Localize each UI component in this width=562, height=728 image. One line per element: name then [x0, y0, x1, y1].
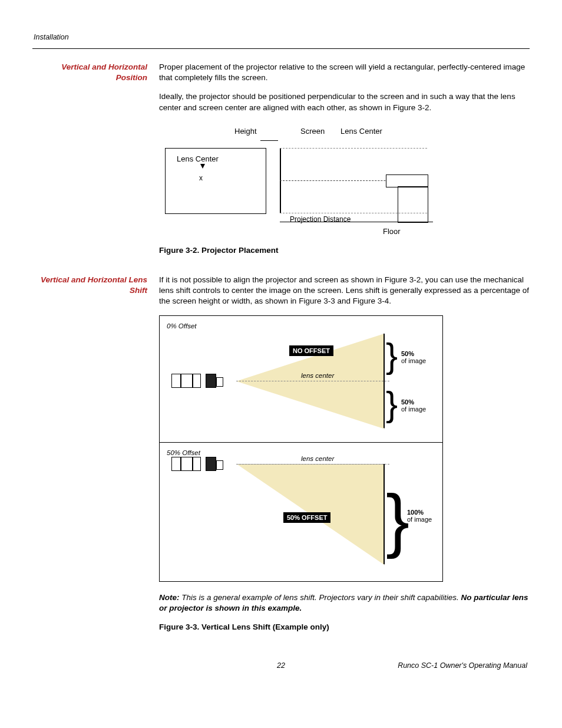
label-lenscenter-top: Lens Center — [340, 126, 382, 137]
height-leader — [260, 140, 278, 141]
label-floor: Floor — [383, 226, 401, 237]
brace-top2: } — [386, 387, 398, 422]
x-arrow-icon — [200, 164, 205, 169]
label-lenscenter-top: lens center — [301, 371, 334, 381]
page-number: 22 — [277, 661, 285, 671]
page: Installation Vertical and Horizontal Pos… — [0, 0, 562, 694]
pct-50-top2: 50%of image — [401, 398, 426, 413]
lenscenter-dash-bottom — [236, 464, 389, 465]
note-lensshift: Note: This is a general example of lens … — [159, 592, 530, 614]
note-body: This is a general example of lens shift.… — [180, 593, 461, 602]
brace-top1: } — [386, 338, 398, 374]
section-vh-position: Vertical and Horizontal Position Proper … — [32, 62, 530, 266]
lenscenter-dash-top — [236, 381, 389, 381]
figure-3-2: Height Screen Lens Center Lens Center Fl… — [159, 121, 436, 239]
side-heading-position: Vertical and Horizontal Position — [61, 62, 147, 82]
fig33-bottom-panel: 50% Offset lens center 50% OFFSET } 100%… — [160, 443, 442, 581]
pill-no-offset: NO OFFSET — [289, 345, 333, 357]
figure-3-3: 0% Offset NO OFFSET lens center } } 50%o… — [159, 315, 443, 582]
note-lead: Note: — [159, 593, 180, 602]
running-header: Installation — [34, 32, 530, 42]
fig33-top-panel: 0% Offset NO OFFSET lens center } } 50%o… — [160, 316, 442, 442]
projector-side — [386, 174, 428, 187]
label-lenscenter-bottom: lens center — [301, 454, 334, 464]
side-heading-lensshift: Vertical and Horizontal Lens Shift — [41, 275, 147, 295]
pill-50-offset: 50% OFFSET — [283, 512, 330, 523]
footer: 22 Runco SC-1 Owner's Operating Manual — [32, 661, 530, 671]
label-0pct-offset: 0% Offset — [167, 322, 197, 331]
projector-icon-top — [171, 374, 242, 390]
figure-3-3-caption: Figure 3-3. Vertical Lens Shift (Example… — [159, 622, 530, 633]
section-vh-lensshift: Vertical and Horizontal Lens Shift If it… — [32, 275, 530, 643]
para-lensshift: If it is not possible to align the proje… — [159, 275, 530, 307]
label-projdist: Projection Distance — [290, 215, 384, 223]
brace-bottom: } — [386, 484, 409, 555]
projector-icon-bottom — [171, 457, 242, 473]
pct-100-bottom: 100%of image — [407, 509, 432, 523]
label-screen: Screen — [300, 126, 325, 137]
front-view-box — [165, 148, 266, 214]
x-mark: x — [199, 173, 203, 183]
screen-line-bottom — [384, 464, 385, 564]
figure-3-2-caption: Figure 3-2. Projector Placement — [159, 245, 530, 256]
header-rule — [32, 48, 530, 49]
manual-title: Runco SC-1 Owner's Operating Manual — [398, 661, 527, 671]
stand-box — [398, 186, 428, 223]
para-ideally: Ideally, the projector should be positio… — [159, 91, 530, 113]
label-height: Height — [234, 126, 257, 137]
pct-50-top1: 50%of image — [401, 350, 426, 364]
side-top-dash — [280, 148, 427, 149]
para-placement: Proper placement of the projector relati… — [159, 62, 530, 83]
